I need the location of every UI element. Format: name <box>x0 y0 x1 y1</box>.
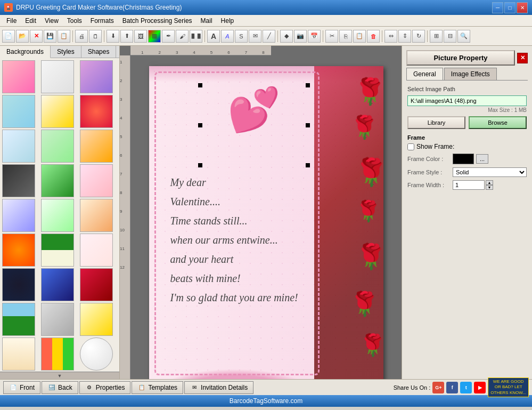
image-button[interactable]: 🖼 <box>134 30 147 43</box>
front-button[interactable]: 📄 Front <box>3 381 40 394</box>
line-button[interactable]: ╱ <box>263 30 275 43</box>
grid-button[interactable]: ⊞ <box>430 30 443 43</box>
barcode-button[interactable]: ▐▌▐▌ <box>190 30 202 43</box>
picture-property-close-button[interactable]: ✕ <box>517 53 528 63</box>
image-container[interactable]: 💕 <box>198 83 310 167</box>
templates-button[interactable]: 📋 Templates <box>132 381 183 394</box>
frame-style-select[interactable]: Solid Dashed Dotted Double <box>453 167 527 177</box>
thumbnail-13[interactable] <box>2 199 35 232</box>
export-button[interactable]: ⬆ <box>120 30 133 43</box>
new-button[interactable]: 📄 <box>2 30 15 43</box>
tab-general[interactable]: General <box>406 68 443 80</box>
facebook-button[interactable]: f <box>446 382 458 393</box>
delete-button[interactable]: 🗑 <box>367 30 380 43</box>
properties-button[interactable]: ⚙ Properties <box>79 381 131 394</box>
tab-backgrounds[interactable]: Backgrounds <box>0 46 51 58</box>
image-path-input[interactable] <box>407 95 527 106</box>
thumbnail-11[interactable] <box>41 164 74 197</box>
thumbnail-21[interactable] <box>80 268 113 301</box>
frame-width-down-button[interactable]: ▼ <box>486 185 493 190</box>
thumbnail-27[interactable] <box>80 337 113 371</box>
symbol-button[interactable]: ◆ <box>280 30 293 43</box>
close-button[interactable]: ✕ <box>517 2 528 13</box>
thumbnail-1[interactable] <box>2 60 35 93</box>
thumbnail-12[interactable] <box>80 164 113 197</box>
brush-button[interactable]: 🖌 <box>176 30 189 43</box>
handle-bl[interactable] <box>198 163 202 167</box>
thumbnail-17[interactable] <box>41 234 74 267</box>
thumbnail-3[interactable] <box>80 60 113 93</box>
close-doc-button[interactable]: ✕ <box>30 30 43 43</box>
rotate-button[interactable]: ↻ <box>412 30 425 43</box>
menu-edit[interactable]: Edit <box>21 16 40 26</box>
thumbnail-23[interactable] <box>41 303 74 336</box>
copy-button[interactable]: ⎘ <box>339 30 352 43</box>
save-button[interactable]: 💾 <box>44 30 56 43</box>
thumbnail-22[interactable] <box>2 303 35 336</box>
calendar-button[interactable]: 📅 <box>308 30 321 43</box>
thumbnail-14[interactable] <box>41 199 74 232</box>
thumbnail-18[interactable] <box>80 234 113 267</box>
thumbnail-6[interactable] <box>80 95 113 128</box>
google-plus-button[interactable]: G+ <box>432 382 444 393</box>
ad-badge[interactable]: WE ARE GOODOR BAD? LETOTHERS KNOW... <box>488 377 529 397</box>
frame-color-picker[interactable] <box>453 154 474 164</box>
print-preview-button[interactable]: 🗒 <box>89 30 102 43</box>
thumbnail-24[interactable] <box>80 303 113 336</box>
maximize-button[interactable]: □ <box>504 2 515 13</box>
table-button[interactable]: S <box>235 30 248 43</box>
tab-styles[interactable]: Styles <box>51 46 81 58</box>
frame-width-input[interactable] <box>453 180 485 190</box>
import-button[interactable]: ⬇ <box>107 30 119 43</box>
save-as-button[interactable]: 📋 <box>58 30 70 43</box>
thumbnail-5[interactable] <box>41 95 74 128</box>
menu-view[interactable]: View <box>40 16 63 26</box>
youtube-button[interactable]: ▶ <box>474 382 486 393</box>
handle-tr[interactable] <box>306 83 310 87</box>
handle-br[interactable] <box>306 163 310 167</box>
thumbnail-9[interactable] <box>80 130 113 163</box>
cut-button[interactable]: ✂ <box>325 30 338 43</box>
menu-mail[interactable]: Mail <box>197 16 217 26</box>
zoom-in-button[interactable]: 🔍 <box>457 30 470 43</box>
thumbnail-16[interactable] <box>2 234 35 267</box>
frame-width-up-button[interactable]: ▲ <box>486 180 493 185</box>
minimize-button[interactable]: ─ <box>492 2 503 13</box>
text-button[interactable]: A <box>207 30 220 43</box>
print-button[interactable]: 🖨 <box>75 30 88 43</box>
gridlines-button[interactable]: ⊟ <box>444 30 456 43</box>
back-button[interactable]: 🔙 Back <box>42 381 78 394</box>
menu-file[interactable]: File <box>2 16 21 26</box>
thumbnail-8[interactable] <box>41 130 74 163</box>
handle-tl[interactable] <box>198 83 202 87</box>
email-button[interactable]: ✉ <box>249 30 261 43</box>
pen-button[interactable]: ✒ <box>162 30 175 43</box>
paste-button[interactable]: 📋 <box>353 30 366 43</box>
wordart-button[interactable]: A <box>221 30 234 43</box>
menu-batch-processing[interactable]: Batch Processing Series <box>118 16 197 26</box>
tab-shapes[interactable]: Shapes <box>81 46 117 58</box>
menu-tools[interactable]: Tools <box>63 16 86 26</box>
thumbnail-7[interactable] <box>2 130 35 163</box>
menu-formats[interactable]: Formats <box>86 16 118 26</box>
color-button[interactable]: ▦ <box>148 30 161 43</box>
thumbnail-26[interactable] <box>41 337 74 371</box>
library-button[interactable]: Library <box>407 116 465 129</box>
flip-h-button[interactable]: ⇔ <box>384 30 397 43</box>
thumbnail-10[interactable] <box>2 164 35 197</box>
thumbnail-15[interactable] <box>80 199 113 232</box>
thumbnail-20[interactable] <box>41 268 74 301</box>
tab-image-effects[interactable]: Image Effects <box>444 68 497 80</box>
show-frame-checkbox[interactable] <box>407 143 414 150</box>
open-button[interactable]: 📂 <box>16 30 29 43</box>
photo-button[interactable]: 📷 <box>294 30 307 43</box>
thumbnail-19[interactable] <box>2 268 35 301</box>
browse-button[interactable]: Browse <box>469 116 527 129</box>
twitter-button[interactable]: t <box>460 382 472 393</box>
thumbnail-2[interactable] <box>41 60 74 93</box>
frame-color-dots-button[interactable]: ... <box>476 154 488 164</box>
flip-v-button[interactable]: ⇕ <box>398 30 411 43</box>
thumbnail-4[interactable] <box>2 95 35 128</box>
titlebar-controls[interactable]: ─ □ ✕ <box>492 2 528 13</box>
invitation-details-button[interactable]: ✉ Invitation Details <box>184 381 253 394</box>
